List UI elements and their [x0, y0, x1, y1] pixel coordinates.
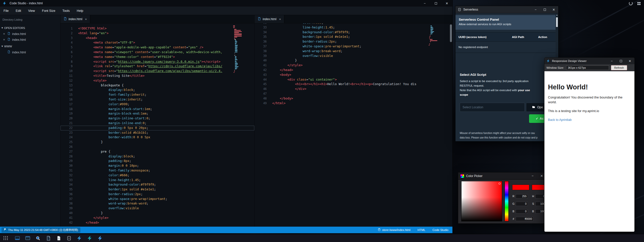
app-window-icon[interactable] [25, 235, 30, 241]
code-studio-window: Code Studio - index.html − ✕ FileEditVie… [0, 0, 453, 233]
sidebar-section-open-editors[interactable]: ▾OPEN EDITORS [2, 26, 60, 29]
color-cursor[interactable] [499, 183, 501, 185]
section-label: OPEN EDITORS [4, 26, 25, 29]
window-controls: − ✕ [607, 58, 634, 64]
scrollbar-thumb[interactable] [450, 24, 452, 42]
previous-color-swatch [532, 185, 545, 190]
maximize-button[interactable] [616, 58, 625, 64]
minimize-button[interactable]: − [531, 6, 540, 13]
title-bar[interactable]: Responsive Design Viewer − ✕ [544, 58, 634, 64]
tab-index-html[interactable]: index.html ✕ [60, 15, 90, 23]
spinner-icon[interactable] [629, 2, 633, 5]
code-line-39: 39 overflow:visible [60, 206, 254, 211]
file-icon [7, 50, 10, 54]
green-label: G [512, 202, 515, 205]
code-text: overflow:visible [272, 54, 333, 58]
maximize-icon [544, 9, 546, 11]
code-editor[interactable]: 32 color:#666;33 line-height:1.45;34 bac… [255, 23, 452, 227]
tab-close-icon[interactable]: ✕ [279, 18, 281, 21]
sidebar-item-index.html[interactable]: index.html [0, 49, 60, 55]
back-to-aprintlab-link[interactable]: Back to Aprintlab [548, 118, 631, 122]
tab-bar: index.html ✕ [255, 15, 452, 23]
minimap[interactable] [429, 25, 438, 46]
menu-font-size[interactable]: Font Size [39, 7, 59, 15]
code-line-41: 41 </style> [60, 216, 254, 220]
line-number: 44 [255, 77, 267, 82]
hex-input[interactable] [516, 217, 533, 221]
red-input[interactable] [516, 194, 528, 198]
window-controls: − ✕ [531, 6, 558, 13]
section-title: Select AGI Script [460, 73, 486, 77]
start-button-icon[interactable] [4, 236, 8, 240]
code-text: margin-block-start:1em; [78, 107, 152, 112]
line-number: 5 [60, 45, 73, 50]
sidebar-item-index.html[interactable]: ✕index.html [0, 31, 60, 37]
maximize-button[interactable] [430, 0, 441, 7]
close-icon[interactable]: ✕ [3, 32, 6, 35]
green-input[interactable] [516, 202, 528, 206]
line-number: 32 [60, 173, 73, 178]
line-number: 39 [60, 206, 73, 211]
code-editor[interactable]: 1<!DOCTYPE html>2<html lang="en">3 <head… [60, 23, 254, 227]
window-size-input[interactable] [566, 65, 609, 70]
minimize-button[interactable]: − [419, 0, 430, 7]
refresh-button[interactable]: Refresh [611, 65, 627, 70]
close-button[interactable]: ✕ [625, 58, 634, 64]
editor-pane-right: index.html ✕ 32 color:#666;33 line-heigh… [255, 15, 452, 227]
minimize-button[interactable]: − [607, 58, 616, 64]
code-studio-cyan-icon[interactable] [97, 235, 103, 241]
line-number: 26 [60, 145, 73, 149]
title-bar[interactable]: Color Picker − ✕ [458, 172, 546, 180]
code-studio-blue-icon[interactable] [77, 235, 82, 241]
menu-help[interactable]: Help [73, 7, 87, 15]
minimap[interactable] [233, 25, 242, 73]
current-color-swatch [512, 185, 529, 190]
code-line-34: 34 background-color:#f9f9f9; [60, 182, 254, 187]
code-line-25: 25 } [60, 140, 254, 145]
serverless-app-icon[interactable] [66, 235, 72, 241]
script-location-input[interactable] [460, 103, 525, 112]
code-text: </div> [272, 87, 306, 91]
line-number: 46 [255, 87, 267, 91]
saturation-value-field[interactable] [461, 181, 502, 221]
close-button[interactable]: ✕ [549, 6, 558, 13]
blue-input[interactable] [516, 209, 528, 214]
code-line-24: 24 border-width:0 0 0 5px [60, 135, 254, 140]
tab-index-html[interactable]: index.html ✕ [255, 15, 284, 23]
minimize-button[interactable]: − [528, 172, 537, 179]
menu-edit[interactable]: Edit [12, 7, 25, 15]
tab-close-icon[interactable]: ✕ [85, 18, 87, 21]
menu-file[interactable]: File [0, 7, 12, 15]
code-line-5: 5 <meta name="apple-mobile-web-app-capab… [60, 45, 254, 50]
code-line-16: 16 font-size:inherit; [60, 97, 254, 102]
close-button[interactable]: ✕ [441, 0, 452, 7]
code-studio-teal-icon[interactable] [87, 235, 93, 241]
scrollbar-thumb[interactable] [556, 17, 558, 27]
sidebar: Directory Listing ▾OPEN EDITORS✕index.ht… [0, 15, 60, 227]
code-text: <!DOCTYPE html> [78, 26, 107, 31]
hex-label: # [512, 217, 515, 220]
line-number: 30 [60, 163, 73, 168]
terminal-window-icon[interactable] [15, 235, 20, 241]
search-app-icon[interactable] [35, 235, 41, 241]
title-bar[interactable]: Code Studio - index.html − ✕ [0, 0, 452, 7]
sidebar-section-www[interactable]: ▾WWW [2, 45, 60, 48]
maximize-icon [620, 60, 622, 62]
editor-pane-left: index.html ✕ 1<!DOCTYPE html>2<html lang… [60, 15, 255, 227]
menu-view[interactable]: View [25, 7, 39, 15]
scroll-up-arrow[interactable]: ▲ [556, 13, 558, 17]
serverless-body: Serverless Control Panel Allow external … [455, 13, 558, 141]
sidebar-item-index.html[interactable]: ✕index.html [0, 37, 60, 43]
code-text: border-width:0 0 0 5px [78, 135, 150, 140]
serverless-header-subtitle: Allow external services to run AGI scrip… [459, 23, 552, 26]
line-number: 48 [255, 96, 267, 101]
menu-tools[interactable]: Tools [59, 7, 73, 15]
file-dark-icon[interactable] [46, 235, 51, 241]
code-text: pre { [78, 149, 110, 154]
title-bar[interactable]: Serverless − ✕ [455, 6, 558, 13]
file-light-icon[interactable] [56, 235, 62, 241]
close-icon[interactable]: ✕ [3, 38, 6, 41]
maximize-button[interactable] [540, 6, 549, 13]
hue-slider[interactable] [505, 181, 509, 221]
grid-icon[interactable] [637, 2, 640, 5]
